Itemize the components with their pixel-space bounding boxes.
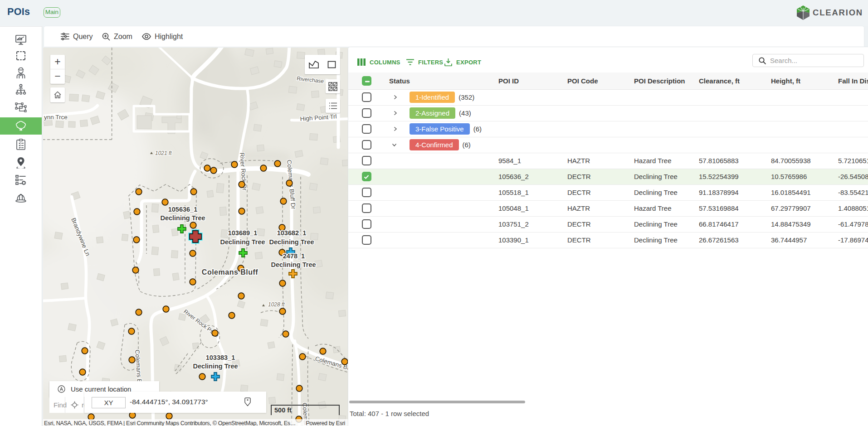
- svg-text:Declining Tree: Declining Tree: [271, 261, 316, 268]
- svg-text:103682_1: 103682_1: [277, 229, 307, 237]
- svg-text:Declining Tree: Declining Tree: [193, 363, 238, 370]
- svg-text:103383_1: 103383_1: [206, 354, 235, 361]
- svg-text:1028 ft: 1028 ft: [268, 301, 285, 308]
- svg-text:ynn Trce: ynn Trce: [44, 114, 68, 121]
- svg-text:Declining Tree: Declining Tree: [269, 238, 314, 246]
- svg-text:Colemans Bluff: Colemans Bluff: [202, 268, 258, 276]
- svg-text:103689_1: 103689_1: [228, 229, 258, 237]
- svg-text:105636_1: 105636_1: [168, 206, 198, 213]
- svg-text:Declining Tree: Declining Tree: [160, 214, 205, 222]
- svg-text:1021 ft: 1021 ft: [155, 150, 172, 156]
- svg-text:Declining Tree: Declining Tree: [220, 238, 265, 246]
- svg-text:2478_1: 2478_1: [283, 252, 305, 260]
